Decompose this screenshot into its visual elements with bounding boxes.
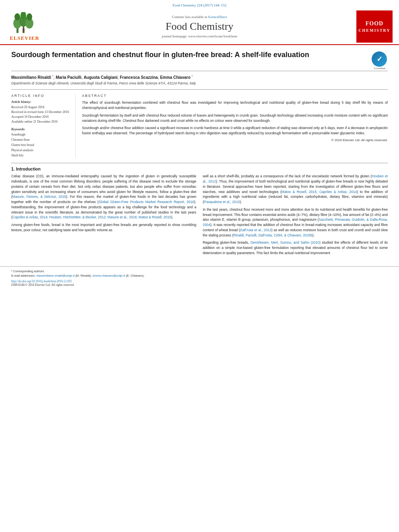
email-rinaldi[interactable]: massimiliano.rinaldi@unipr.it <box>36 274 74 277</box>
accepted-date: Accepted 19 December 2016 <box>11 115 70 119</box>
doi-link: http://dx.doi.org/10.1016/j.foodchem.201… <box>11 279 388 283</box>
intro-p3: well as a short shelf-life, probably as … <box>203 174 388 205</box>
journal-title-center: Contents lists available at ScienceDirec… <box>43 15 356 38</box>
intro-right: well as a short shelf-life, probably as … <box>203 174 388 258</box>
left-column: ARTICLE INFO Article history: Received 2… <box>11 94 76 158</box>
email-chiavaro[interactable]: emma.chiavaro@unipr.it <box>93 274 125 277</box>
ref-pasqualone[interactable]: Pasqualone et al., 2010 <box>204 200 240 204</box>
svg-point-6 <box>14 13 20 21</box>
ref-rinaldi-2015b[interactable]: Rinaldi, Paciulli, Dall'Asta, Cirlini, &… <box>233 233 313 237</box>
doi-anchor[interactable]: http://dx.doi.org/10.1016/j.foodchem.201… <box>11 279 72 283</box>
sciencedirect-link[interactable]: ScienceDirect <box>208 15 227 19</box>
intro-right-text: well as a short shelf-life, probably as … <box>203 174 388 255</box>
journal-meta-top: Food Chemistry 224 (2017) 144–152 <box>0 3 399 7</box>
badge-chemistry-text: CHEMISTRY <box>358 28 390 33</box>
ref-demirkesen[interactable]: Demirkesen, Mert, Sumnu, and Sahin (2010… <box>251 240 321 244</box>
elsevier-logo: ELSEVIER <box>6 12 43 41</box>
article-body: Sourdough fermentation and chestnut flou… <box>0 45 399 263</box>
author-paciulli[interactable]: Maria Paciulli <box>56 75 81 80</box>
elsevier-tree-icon <box>12 12 37 34</box>
intro-left: Celiac disease (CD), an immune-mediated … <box>11 174 196 258</box>
crossmark-label: CrossMark <box>372 67 388 70</box>
keyword-chestnut: Chestnut flour <box>11 138 70 143</box>
abstract-text: The effect of sourdough fermentation com… <box>82 100 388 136</box>
authors-line: Massimiliano Rinaldi *, Maria Paciulli, … <box>11 74 388 80</box>
author-caligiani[interactable]: Augusta Caligiani <box>84 75 117 80</box>
corresponding-note: * Corresponding authors. <box>11 269 388 273</box>
article-info-heading: ARTICLE INFO <box>11 94 70 98</box>
section-title: 1. Introduction <box>11 166 388 171</box>
intro-p2: Among gluten-free foods, bread is the mo… <box>11 222 196 233</box>
keyword-physical: Physical analysis <box>11 148 70 153</box>
ref-houben-2012[interactable]: Houben et al., 2012 <box>203 174 388 183</box>
abstract-heading: ABSTRACT <box>82 94 388 98</box>
footer-copyright: 0308-8146/© 2016 Elsevier Ltd. All right… <box>11 283 388 287</box>
ref-dallasta[interactable]: Dall'Asta et al., 2013 <box>240 228 271 232</box>
affiliation: Dipartimento di Scienze degli Alimenti, … <box>11 81 388 85</box>
crossmark-badge: ✓ CrossMark <box>372 51 388 68</box>
journal-citation: Food Chemistry 224 (2017) 144–152 <box>173 3 226 7</box>
page-footer: * Corresponding authors. E-mail addresse… <box>0 266 399 290</box>
intro-body: Celiac disease (CD), an immune-mediated … <box>11 174 388 258</box>
intro-p1: Celiac disease (CD), an immune-mediated … <box>11 174 196 220</box>
svg-rect-5 <box>23 27 24 33</box>
contents-available: Contents lists available at ScienceDirec… <box>43 15 356 19</box>
article-title-section: Sourdough fermentation and chestnut flou… <box>11 50 388 71</box>
abstract-p1: The effect of sourdough fermentation com… <box>82 100 388 111</box>
journal-header: Food Chemistry 224 (2017) 144–152 ELSEVI… <box>0 0 399 45</box>
keyword-shelf: Shelf-life <box>11 153 70 158</box>
keyword-sourdough: Sourdough <box>11 132 70 138</box>
keywords-heading: Keywords: <box>11 127 70 131</box>
badge-food-text: FOOD <box>366 20 383 27</box>
article-title: Sourdough fermentation and chestnut flou… <box>11 50 372 60</box>
intro-p5: Regarding gluten-free breads, Demirkesen… <box>203 240 388 255</box>
ref-capriles-2014[interactable]: Capriles & Arêas, 2014; Houben, Höchstöt… <box>12 215 171 219</box>
intro-left-text: Celiac disease (CD), an immune-mediated … <box>11 174 196 232</box>
history-heading: Article history: <box>11 100 70 104</box>
author-scazzina[interactable]: Francesca Scazzina <box>120 75 158 80</box>
revised-date: Received in revised form 13 December 201… <box>11 110 70 115</box>
svg-rect-0 <box>16 28 19 33</box>
keyword-bread: Gluten-free bread <box>11 143 70 148</box>
received-date: Received 29 August 2016 <box>11 105 70 110</box>
introduction-section: 1. Introduction Celiac disease (CD), an … <box>11 163 388 258</box>
header-inner: ELSEVIER Contents lists available at Sci… <box>0 9 399 44</box>
copyright-line: © 2016 Elsevier Ltd. All rights reserved… <box>82 138 388 142</box>
author-chiavaro[interactable]: Emma Chiavaro <box>160 75 191 80</box>
ref-matos-rosell[interactable]: Matos & Rosell, 2015; Capriles & Arêas, … <box>282 190 357 194</box>
svg-point-8 <box>27 13 32 21</box>
elsevier-label: ELSEVIER <box>10 35 39 41</box>
journal-homepage: journal homepage: www.elsevier.com/locat… <box>43 34 356 38</box>
ref-masure-2016[interactable]: Masure, Fierens, & Delcour, 2016 <box>12 195 66 199</box>
right-column: ABSTRACT The effect of sourdough ferment… <box>82 94 388 158</box>
journal-name: Food Chemistry <box>43 21 356 33</box>
ref-sacchetti[interactable]: Sacchetti, Pinnavaia, Guidolin, & Dalla-… <box>203 218 388 227</box>
author-rinaldi[interactable]: Massimiliano Rinaldi <box>11 75 51 80</box>
food-chemistry-badge: FOOD CHEMISTRY <box>356 10 393 43</box>
crossmark-icon: ✓ <box>372 51 387 67</box>
email-note: E-mail addresses: massimiliano.rinaldi@u… <box>11 273 388 278</box>
abstract-p3: Sourdough and/or chestnut flour addition… <box>82 125 388 136</box>
available-date: Available online 21 December 2016 <box>11 119 70 124</box>
abstract-p2: Sourdough fermentation by itself and wit… <box>82 113 388 123</box>
ref-global-report[interactable]: Global Gluten-Free Products Market Resea… <box>99 200 194 204</box>
article-info-abstract: ARTICLE INFO Article history: Received 2… <box>11 89 388 158</box>
intro-p4: In the last years, chestnut flour receiv… <box>203 207 388 238</box>
page-wrapper: Food Chemistry 224 (2017) 144–152 ELSEVI… <box>0 0 399 532</box>
